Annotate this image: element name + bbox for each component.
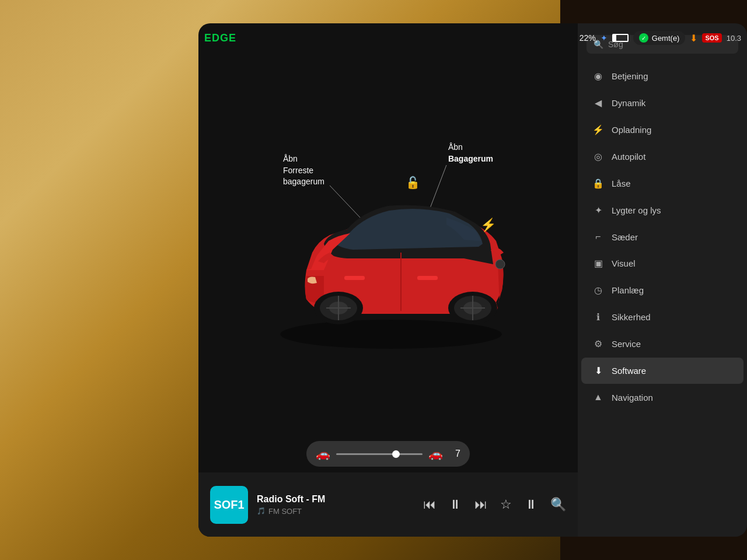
lygter-icon: ✦ <box>592 205 605 216</box>
car-svg-container[interactable]: ÅbnForrestebagagerum ÅbnBagagerum 🔓 ⚡ <box>248 136 528 358</box>
media-bar: SOF1 Radio Soft - FM 🎵 FM SOFT ⏮ ⏸ ⏭ ☆ ⏸… <box>198 473 578 537</box>
frunk-label-text: ÅbnForrestebagagerum <box>283 154 324 186</box>
zoom-control[interactable]: 🚗 🚗 7 <box>306 441 470 467</box>
music-icon: 🎵 <box>257 507 266 515</box>
saved-badge: ✓ Gemt(e) <box>633 31 686 45</box>
car-view[interactable]: ÅbnForrestebagagerum ÅbnBagagerum 🔓 ⚡ <box>210 58 566 435</box>
trunk-label[interactable]: ÅbnBagagerum <box>448 142 493 164</box>
battery-percent: 22% <box>580 33 596 43</box>
frunk-label[interactable]: ÅbnForrestebagagerum <box>283 153 324 188</box>
software-label: Software <box>612 366 646 376</box>
service-icon: ⚙ <box>592 338 605 349</box>
search-button[interactable]: 🔍 <box>550 497 566 512</box>
sikkerhed-icon: ℹ <box>592 312 605 323</box>
svg-rect-13 <box>344 276 365 280</box>
station-logo[interactable]: SOF1 <box>210 486 248 524</box>
zoom-number: 7 <box>449 449 460 459</box>
opladning-label: Opladning <box>612 125 651 135</box>
favorite-button[interactable]: ☆ <box>500 497 512 512</box>
sidebar-item-betjening[interactable]: ◉Betjening <box>581 63 743 89</box>
radio-name: Radio Soft - FM <box>257 494 414 505</box>
saeder-label: Sæder <box>612 232 638 242</box>
autopilot-icon: ◎ <box>592 151 605 162</box>
main-content: ÅbnForrestebagagerum ÅbnBagagerum 🔓 ⚡ <box>198 23 578 537</box>
visuel-icon: ▣ <box>592 258 605 269</box>
radio-subtitle-text: FM SOFT <box>268 507 302 516</box>
lock-icon[interactable]: 🔓 <box>406 176 420 190</box>
service-label: Service <box>612 339 641 349</box>
download-icon: ⬇ <box>690 33 697 44</box>
sidebar-item-planlaeg[interactable]: ◷Planlæg <box>581 277 743 303</box>
sidebar-item-opladning[interactable]: ⚡Opladning <box>581 117 743 143</box>
lightning-icon: ⚡ <box>480 218 496 233</box>
visuel-label: Visuel <box>612 258 636 268</box>
autopilot-label: Autopilot <box>612 152 645 162</box>
next-button[interactable]: ⏭ <box>474 497 487 512</box>
lygter-label: Lygter og lys <box>612 205 661 215</box>
prev-button[interactable]: ⏮ <box>423 497 436 512</box>
trunk-label-text: ÅbnBagagerum <box>448 142 493 163</box>
sikkerhed-label: Sikkerhed <box>612 312 651 322</box>
saeder-icon: ⌐ <box>592 232 605 242</box>
bluetooth-icon: ✦ <box>601 33 608 43</box>
navigation-label: Navigation <box>612 393 653 402</box>
status-bar-right: 22% ✦ ✓ Gemt(e) ⬇ SOS 10.3 <box>580 31 741 45</box>
sos-badge: SOS <box>702 33 721 43</box>
status-bar-left: EDGE <box>204 32 236 44</box>
status-bar: EDGE 22% ✦ ✓ Gemt(e) ⬇ SOS 10.3 <box>198 23 747 52</box>
sidebar-item-navigation[interactable]: ▲Navigation <box>581 384 743 410</box>
media-controls: ⏮ ⏸ ⏭ ☆ ⏸ 🔍 <box>423 497 566 512</box>
dynamik-label: Dynamik <box>612 98 645 108</box>
play-pause-button[interactable]: ⏸ <box>449 497 462 512</box>
sidebar-item-dynamik[interactable]: ◀Dynamik <box>581 90 743 116</box>
version-text: 10.3 <box>727 34 741 43</box>
tesla-screen: EDGE 22% ✦ ✓ Gemt(e) ⬇ SOS 10.3 ÅbnForre… <box>198 23 747 537</box>
laase-label: Låse <box>612 178 631 188</box>
sidebar-item-visuel[interactable]: ▣Visuel <box>581 250 743 276</box>
zoom-slider-thumb <box>392 450 400 458</box>
planlaeg-label: Planlæg <box>612 285 644 295</box>
sidebar-item-software[interactable]: ⬇Software <box>581 358 743 384</box>
car-small-icon-right: 🚗 <box>428 447 443 461</box>
sidebar-item-lygter[interactable]: ✦Lygter og lys <box>581 197 743 223</box>
equalizer-button[interactable]: ⏸ <box>525 497 537 512</box>
media-info: Radio Soft - FM 🎵 FM SOFT <box>257 494 414 516</box>
sidebar-item-service[interactable]: ⚙Service <box>581 331 743 357</box>
sidebar-item-saeder[interactable]: ⌐Sæder <box>581 224 743 250</box>
saved-dot-icon: ✓ <box>639 33 648 43</box>
planlaeg-icon: ◷ <box>592 285 605 296</box>
sidebar: 🔍 Søg ◉Betjening◀Dynamik⚡Opladning◎Autop… <box>578 23 747 537</box>
battery-icon <box>612 34 629 42</box>
svg-rect-14 <box>417 276 438 280</box>
opladning-icon: ⚡ <box>592 124 605 135</box>
radio-subtitle: 🎵 FM SOFT <box>257 507 414 516</box>
svg-point-16 <box>495 260 505 269</box>
zoom-slider[interactable] <box>336 453 423 455</box>
car-small-icon-left: 🚗 <box>316 447 330 461</box>
saved-label: Gemt(e) <box>652 34 680 43</box>
edge-logo: EDGE <box>204 32 236 44</box>
betjening-icon: ◉ <box>592 71 605 82</box>
software-icon: ⬇ <box>592 365 605 376</box>
dynamik-icon: ◀ <box>592 97 605 108</box>
navigation-icon: ▲ <box>592 392 605 402</box>
sidebar-item-laase[interactable]: 🔒Låse <box>581 170 743 197</box>
menu-list: ◉Betjening◀Dynamik⚡Opladning◎Autopilot🔒L… <box>578 62 747 537</box>
betjening-label: Betjening <box>612 71 648 81</box>
laase-icon: 🔒 <box>592 178 605 189</box>
sidebar-item-sikkerhed[interactable]: ℹSikkerhed <box>581 304 743 330</box>
sidebar-item-autopilot[interactable]: ◎Autopilot <box>581 144 743 170</box>
